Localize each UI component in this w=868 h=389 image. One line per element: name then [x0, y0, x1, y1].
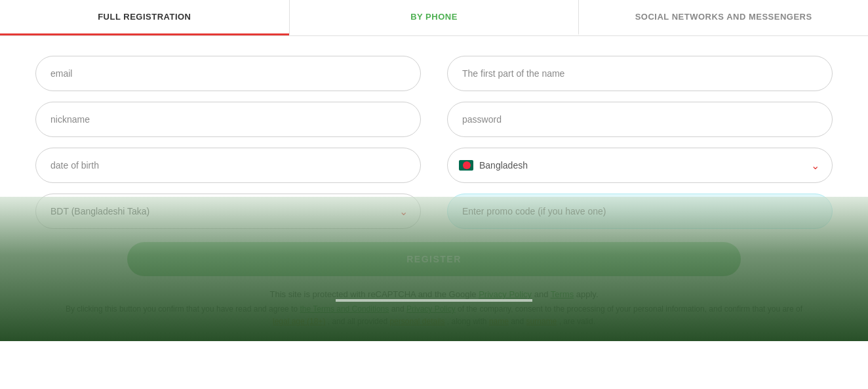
password-wrapper: [447, 102, 833, 137]
email-wrapper: [35, 56, 421, 91]
dob-wrapper: [35, 148, 421, 183]
nickname-field[interactable]: [35, 102, 421, 137]
country-wrapper: Bangladesh ⌄: [447, 148, 833, 183]
tab-full-registration[interactable]: FULL REGISTRATION: [0, 0, 289, 35]
country-select[interactable]: Bangladesh: [447, 148, 833, 183]
password-field[interactable]: [447, 102, 833, 137]
name-field[interactable]: [447, 56, 833, 91]
flag-red-circle: [463, 161, 471, 169]
name-wrapper: [447, 56, 833, 91]
bangladesh-flag: [459, 160, 473, 171]
dob-field[interactable]: [35, 148, 421, 183]
tab-social-networks[interactable]: SOCIAL NETWORKS AND MESSENGERS: [579, 0, 868, 35]
registration-tabs: FULL REGISTRATION BY PHONE SOCIAL NETWOR…: [0, 0, 868, 36]
tab-by-phone[interactable]: BY PHONE: [289, 0, 580, 35]
stadium-background: [0, 197, 868, 341]
nickname-wrapper: [35, 102, 421, 137]
email-field[interactable]: [35, 56, 421, 91]
